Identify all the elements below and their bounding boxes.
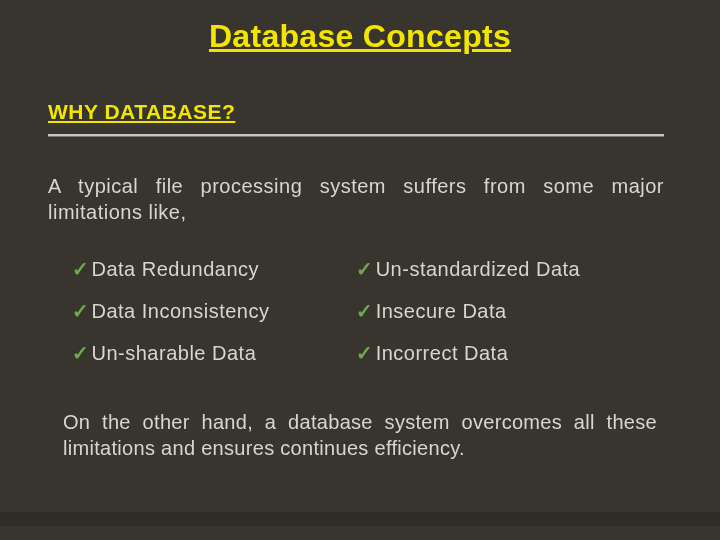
list-item: ✓Data Redundancy bbox=[72, 248, 356, 290]
check-icon: ✓ bbox=[72, 342, 90, 364]
list-item-label: Incorrect Data bbox=[376, 342, 509, 364]
check-icon: ✓ bbox=[72, 300, 90, 322]
page-title: Database Concepts bbox=[0, 18, 720, 55]
check-icon: ✓ bbox=[356, 300, 374, 322]
list-item-label: Un-standardized Data bbox=[376, 258, 581, 280]
bottom-stripe bbox=[0, 512, 720, 540]
intro-text: A typical file processing system suffers… bbox=[48, 174, 664, 225]
list-item: ✓Data Inconsistency bbox=[72, 290, 356, 332]
section-heading: WHY DATABASE? bbox=[48, 100, 235, 124]
list-item-label: Data Inconsistency bbox=[92, 300, 270, 322]
section-rule bbox=[48, 134, 664, 137]
list-item: ✓Insecure Data bbox=[356, 290, 664, 332]
list-item: ✓Un-standardized Data bbox=[356, 248, 664, 290]
check-icon: ✓ bbox=[356, 342, 374, 364]
check-icon: ✓ bbox=[72, 258, 90, 280]
list-item-label: Insecure Data bbox=[376, 300, 507, 322]
conclusion-text: On the other hand, a database system ove… bbox=[63, 410, 657, 461]
list-item: ✓Incorrect Data bbox=[356, 332, 664, 374]
list-item-label: Un-sharable Data bbox=[92, 342, 257, 364]
slide: Database Concepts WHY DATABASE? A typica… bbox=[0, 0, 720, 540]
list-item-label: Data Redundancy bbox=[92, 258, 260, 280]
check-icon: ✓ bbox=[356, 258, 374, 280]
list-item: ✓Un-sharable Data bbox=[72, 332, 356, 374]
limitations-list: ✓Data Redundancy ✓Un-standardized Data ✓… bbox=[72, 248, 664, 374]
